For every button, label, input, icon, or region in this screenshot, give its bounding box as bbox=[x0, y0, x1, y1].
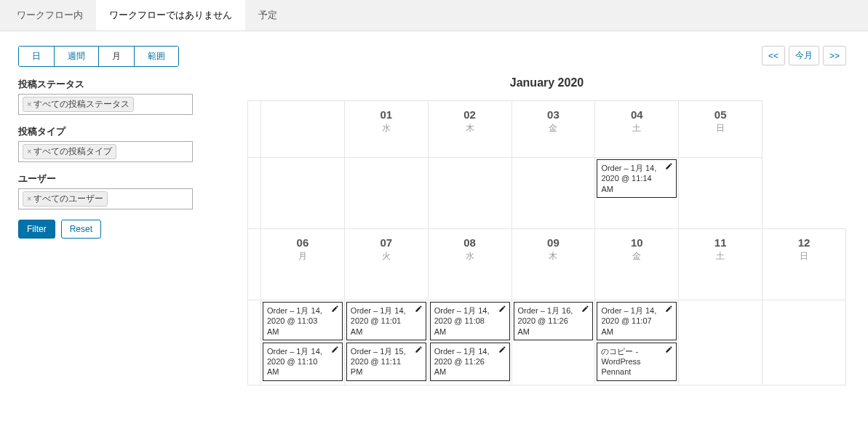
remove-tag-icon[interactable]: × bbox=[27, 194, 31, 203]
day-number: 03 bbox=[512, 108, 595, 121]
calendar-event[interactable]: Order – 1月 16, 2020 @ 11:26 AM bbox=[514, 302, 594, 340]
day-cell[interactable]: 09木 bbox=[511, 229, 595, 300]
calendar-event[interactable]: Order – 1月 14, 2020 @ 11:26 AM bbox=[430, 343, 510, 381]
day-cell[interactable]: 08水 bbox=[428, 229, 511, 300]
day-weekday: 土 bbox=[679, 250, 762, 263]
day-number: 07 bbox=[345, 236, 428, 249]
day-cell[interactable]: 10金 bbox=[595, 229, 679, 300]
day-number: 09 bbox=[512, 236, 595, 249]
edit-icon[interactable] bbox=[498, 305, 506, 313]
day-events-cell[interactable] bbox=[428, 158, 511, 229]
view-switcher: 日 週間 月 範囲 bbox=[18, 46, 179, 67]
user-label: ユーザー bbox=[18, 172, 233, 185]
day-events-cell[interactable]: Order – 1月 14, 2020 @ 11:07 AMのコピー - Wor… bbox=[595, 300, 679, 385]
day-cell[interactable]: 03金 bbox=[511, 101, 595, 158]
day-weekday: 金 bbox=[595, 250, 678, 263]
day-number: 06 bbox=[261, 236, 344, 249]
edit-icon[interactable] bbox=[498, 345, 506, 353]
day-cell[interactable]: 06月 bbox=[261, 229, 345, 300]
user-filter[interactable]: ×すべてのユーザー bbox=[18, 188, 193, 209]
tab-scheduled[interactable]: 予定 bbox=[245, 0, 290, 31]
type-filter[interactable]: ×すべての投稿タイプ bbox=[18, 141, 193, 162]
day-weekday: 金 bbox=[512, 122, 595, 135]
tab-not-workflow[interactable]: ワークフローではありません bbox=[96, 0, 245, 31]
tab-in-workflow[interactable]: ワークフロー内 bbox=[4, 0, 96, 31]
day-events-cell[interactable]: Order – 1月 14, 2020 @ 11:01 AMOrder – 1月… bbox=[344, 300, 428, 385]
prev-button[interactable]: << bbox=[762, 46, 785, 65]
day-events-cell[interactable] bbox=[763, 300, 846, 385]
day-cell[interactable]: 05日 bbox=[679, 101, 763, 158]
day-cell[interactable]: 04土 bbox=[595, 101, 679, 158]
status-tag[interactable]: ×すべての投稿ステータス bbox=[23, 97, 134, 112]
view-month[interactable]: 月 bbox=[99, 47, 135, 66]
day-number: 11 bbox=[679, 236, 762, 249]
status-filter[interactable]: ×すべての投稿ステータス bbox=[18, 94, 193, 115]
type-label: 投稿タイプ bbox=[18, 125, 233, 138]
next-button[interactable]: >> bbox=[823, 46, 846, 65]
remove-tag-icon[interactable]: × bbox=[27, 147, 31, 156]
view-week[interactable]: 週間 bbox=[55, 47, 99, 66]
status-label: 投稿ステータス bbox=[18, 78, 233, 91]
view-range[interactable]: 範囲 bbox=[135, 47, 178, 66]
calendar-event[interactable]: Order – 1月 14, 2020 @ 11:01 AM bbox=[346, 302, 426, 340]
event-title: Order – 1月 14, 2020 @ 11:10 AM bbox=[267, 346, 338, 377]
day-weekday: 日 bbox=[679, 122, 762, 135]
day-cell[interactable]: 07火 bbox=[344, 229, 428, 300]
event-title: Order – 1月 14, 2020 @ 11:08 AM bbox=[434, 305, 506, 337]
day-number: 12 bbox=[763, 236, 845, 249]
today-button[interactable]: 今月 bbox=[789, 46, 819, 65]
day-cell[interactable]: 12日 bbox=[763, 229, 846, 300]
day-number: 10 bbox=[595, 236, 678, 249]
day-weekday: 木 bbox=[512, 250, 595, 263]
day-cell[interactable]: 02木 bbox=[428, 101, 511, 158]
day-weekday: 木 bbox=[429, 122, 511, 135]
day-cell[interactable]: 01水 bbox=[344, 101, 428, 158]
event-title: Order – 1月 14, 2020 @ 11:14 AM bbox=[601, 163, 672, 194]
user-tag[interactable]: ×すべてのユーザー bbox=[23, 191, 108, 207]
day-number: 04 bbox=[595, 108, 678, 121]
calendar-event[interactable]: Order – 1月 14, 2020 @ 11:10 AM bbox=[263, 343, 343, 381]
day-events-cell[interactable] bbox=[344, 158, 428, 229]
edit-icon[interactable] bbox=[665, 345, 673, 353]
day-events-cell[interactable] bbox=[679, 300, 763, 385]
calendar-event[interactable]: のコピー - WordPress Pennant bbox=[597, 343, 677, 381]
view-day[interactable]: 日 bbox=[19, 47, 55, 66]
event-title: Order – 1月 14, 2020 @ 11:01 AM bbox=[351, 305, 422, 337]
calendar-event[interactable]: Order – 1月 14, 2020 @ 11:14 AM bbox=[597, 159, 677, 198]
day-weekday: 火 bbox=[345, 250, 428, 263]
day-weekday: 水 bbox=[429, 250, 511, 263]
edit-icon[interactable] bbox=[581, 305, 589, 313]
filter-button[interactable]: Filter bbox=[18, 220, 55, 239]
day-events-cell[interactable]: Order – 1月 14, 2020 @ 11:03 AMOrder – 1月… bbox=[261, 300, 345, 385]
edit-icon[interactable] bbox=[415, 345, 423, 353]
edit-icon[interactable] bbox=[331, 345, 339, 353]
edit-icon[interactable] bbox=[665, 305, 673, 313]
edit-icon[interactable] bbox=[665, 162, 673, 170]
calendar-title: January 2020 bbox=[247, 76, 846, 89]
calendar-event[interactable]: Order – 1月 15, 2020 @ 11:11 PM bbox=[346, 343, 426, 381]
day-events-cell[interactable]: Order – 1月 16, 2020 @ 11:26 AM bbox=[511, 300, 595, 385]
event-title: Order – 1月 14, 2020 @ 11:26 AM bbox=[434, 346, 506, 377]
event-title: Order – 1月 14, 2020 @ 11:03 AM bbox=[267, 305, 338, 337]
day-events-cell[interactable]: Order – 1月 14, 2020 @ 11:14 AM bbox=[595, 158, 679, 229]
tab-bar: ワークフロー内 ワークフローではありません 予定 bbox=[0, 0, 868, 31]
day-number: 01 bbox=[345, 108, 428, 121]
day-weekday: 水 bbox=[345, 122, 428, 135]
calendar-event[interactable]: Order – 1月 14, 2020 @ 11:03 AM bbox=[263, 302, 343, 340]
calendar-event[interactable]: Order – 1月 14, 2020 @ 11:07 AM bbox=[597, 302, 677, 340]
calendar-event[interactable]: Order – 1月 14, 2020 @ 11:08 AM bbox=[430, 302, 510, 340]
day-weekday: 月 bbox=[261, 250, 344, 263]
reset-button[interactable]: Reset bbox=[61, 220, 101, 239]
remove-tag-icon[interactable]: × bbox=[27, 100, 31, 108]
type-tag[interactable]: ×すべての投稿タイプ bbox=[23, 144, 116, 159]
edit-icon[interactable] bbox=[331, 305, 339, 313]
filter-sidebar: 日 週間 月 範囲 投稿ステータス ×すべての投稿ステータス 投稿タイプ ×すべ… bbox=[7, 46, 233, 385]
edit-icon[interactable] bbox=[415, 305, 423, 313]
day-number: 05 bbox=[679, 108, 762, 121]
day-events-cell[interactable] bbox=[679, 158, 763, 229]
day-events-cell[interactable]: Order – 1月 14, 2020 @ 11:08 AMOrder – 1月… bbox=[428, 300, 511, 385]
calendar-grid: 01水02木03金04土05日 Order – 1月 14, 2020 @ 11… bbox=[247, 100, 846, 385]
day-cell[interactable]: 11土 bbox=[679, 229, 763, 300]
day-events-cell[interactable] bbox=[511, 158, 595, 229]
day-number: 08 bbox=[429, 236, 511, 249]
